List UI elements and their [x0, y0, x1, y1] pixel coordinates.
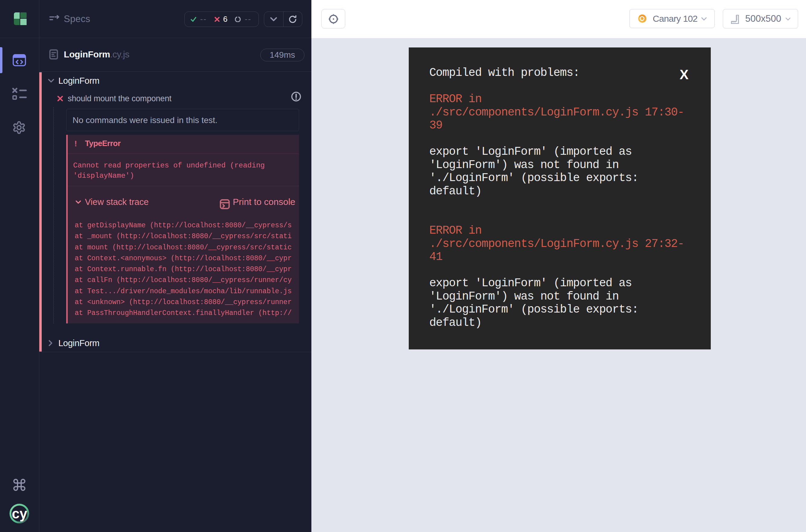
- svg-text:cy: cy: [12, 506, 27, 521]
